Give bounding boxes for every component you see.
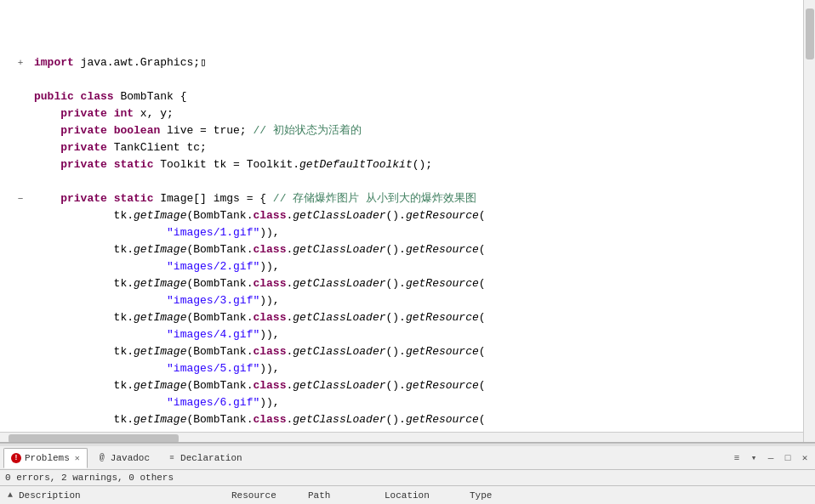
- horizontal-scrollbar[interactable]: [0, 432, 803, 442]
- code-token: (BombTank.: [186, 311, 253, 324]
- code-line: +import java.awt.Graphics;▯: [9, 54, 803, 71]
- code-token: getClassLoader: [293, 413, 385, 426]
- code-token: public: [34, 90, 81, 103]
- code-line: tk.getImage(BombTank.class.getClassLoade…: [9, 207, 803, 224]
- code-token: static: [114, 158, 161, 171]
- code-token: class: [81, 90, 121, 103]
- line-code-content: [34, 71, 786, 88]
- code-token: ().: [386, 311, 406, 324]
- code-token: tk.: [34, 311, 134, 324]
- code-token: tk.: [34, 345, 134, 358]
- code-token: static: [114, 192, 161, 205]
- code-token: (: [479, 379, 486, 392]
- code-token: boolean: [114, 124, 167, 137]
- code-token: (BombTank.: [186, 413, 253, 426]
- column-header-location[interactable]: Location: [385, 490, 470, 501]
- code-token: (BombTank.: [186, 379, 253, 392]
- code-token: getImage: [134, 345, 186, 358]
- line-gutter-marker[interactable]: −: [9, 190, 34, 207]
- panel-minimize-button[interactable]: —: [764, 451, 778, 465]
- panel-tab-label: Declaration: [180, 453, 242, 463]
- panel-dropdown-button[interactable]: ▾: [747, 451, 761, 465]
- code-token: class: [253, 209, 286, 222]
- code-line: [9, 71, 803, 88]
- code-line: [9, 173, 803, 190]
- code-line: "images/3.gif")),: [9, 292, 803, 309]
- code-token: private: [34, 158, 114, 171]
- code-token: (: [479, 209, 486, 222]
- code-token: private: [34, 141, 114, 154]
- panel-maximize-button[interactable]: □: [781, 451, 795, 465]
- line-code-content: "images/1.gif")),: [34, 224, 786, 241]
- code-token: tk.: [34, 379, 134, 392]
- panel-tab-label: Javadoc: [111, 453, 150, 463]
- code-token: (BombTank.: [186, 209, 253, 222]
- code-token: getClassLoader: [293, 277, 385, 290]
- code-line: tk.getImage(BombTank.class.getClassLoade…: [9, 377, 803, 394]
- line-code-content: tk.getImage(BombTank.class.getClassLoade…: [34, 207, 786, 224]
- code-token: getResource: [406, 209, 479, 222]
- column-header-type[interactable]: Type: [470, 490, 546, 501]
- line-code-content: private int x, y;: [34, 105, 786, 122]
- code-line: private boolean live = true; // 初始状态为活着的: [9, 122, 803, 139]
- line-code-content: tk.getImage(BombTank.class.getClassLoade…: [34, 275, 786, 292]
- code-token: getImage: [134, 379, 186, 392]
- code-token: "images/2.gif": [167, 260, 259, 273]
- code-token: ▯: [200, 56, 207, 69]
- code-line: tk.getImage(BombTank.class.getClassLoade…: [9, 241, 803, 258]
- panel-tab-problems[interactable]: !Problems✕: [3, 448, 88, 468]
- code-token: getImage: [134, 311, 186, 324]
- code-token: )),: [259, 396, 279, 409]
- line-code-content: "images/6.gif")),: [34, 394, 786, 411]
- code-token: (BombTank.: [186, 243, 253, 256]
- line-code-content: "images/2.gif")),: [34, 258, 786, 275]
- code-line: "images/2.gif")),: [9, 258, 803, 275]
- code-token: [34, 260, 167, 273]
- code-token: ();: [413, 158, 432, 171]
- code-token: (: [479, 413, 486, 426]
- column-header-path[interactable]: Path: [308, 490, 385, 501]
- code-token: getDefaultToolkit: [299, 158, 413, 171]
- code-token: private: [34, 192, 114, 205]
- code-token: (BombTank.: [186, 277, 253, 290]
- code-token: getClassLoader: [293, 243, 385, 256]
- code-token: [34, 396, 167, 409]
- code-token: getClassLoader: [293, 311, 385, 324]
- line-code-content: "images/5.gif")),: [34, 360, 786, 377]
- vertical-scrollbar-thumb[interactable]: [806, 8, 814, 59]
- code-line: "images/1.gif")),: [9, 224, 803, 241]
- panel-tab-declaration[interactable]: ≡Declaration: [159, 448, 250, 468]
- code-token: ().: [386, 345, 406, 358]
- line-code-content: [34, 173, 786, 190]
- line-code-content: import java.awt.Graphics;▯: [34, 54, 786, 71]
- code-token: getResource: [406, 379, 479, 392]
- code-token: )),: [259, 328, 279, 341]
- code-token: (: [479, 345, 486, 358]
- problems-icon: !: [11, 453, 21, 463]
- line-gutter-marker[interactable]: +: [9, 54, 34, 71]
- code-token: getClassLoader: [293, 209, 385, 222]
- code-line: − private static Image[] imgs = { // 存储爆…: [9, 190, 803, 207]
- column-header-resource[interactable]: Resource: [231, 490, 308, 501]
- panel-columns-header: ▲ DescriptionResourcePathLocationType: [0, 485, 815, 504]
- code-token: ().: [386, 209, 406, 222]
- panel-tab-label: Problems: [25, 453, 70, 463]
- code-token: getResource: [406, 311, 479, 324]
- vertical-scrollbar-track[interactable]: [803, 0, 815, 442]
- hscrollbar-thumb[interactable]: [9, 434, 179, 443]
- code-token: private: [34, 107, 114, 120]
- panel-close-button[interactable]: ✕: [798, 451, 812, 465]
- code-token: tk.: [34, 277, 134, 290]
- panel-collapse-arrow[interactable]: ▲: [5, 490, 15, 501]
- status-text: 0 errors, 2 warnings, 0 others: [5, 473, 174, 483]
- code-token: "images/5.gif": [167, 362, 259, 375]
- code-token: getResource: [406, 277, 479, 290]
- code-token: ().: [386, 243, 406, 256]
- code-token: Image[] imgs = {: [160, 192, 273, 205]
- code-token: )),: [259, 362, 279, 375]
- panel-tab-close[interactable]: ✕: [75, 453, 80, 463]
- panel-menu-button[interactable]: ≡: [730, 451, 744, 465]
- column-header-description[interactable]: Description: [19, 490, 231, 501]
- editor-scroll-area[interactable]: +import java.awt.Graphics;▯ public class…: [0, 0, 803, 442]
- panel-tab-javadoc[interactable]: @Javadoc: [89, 448, 157, 468]
